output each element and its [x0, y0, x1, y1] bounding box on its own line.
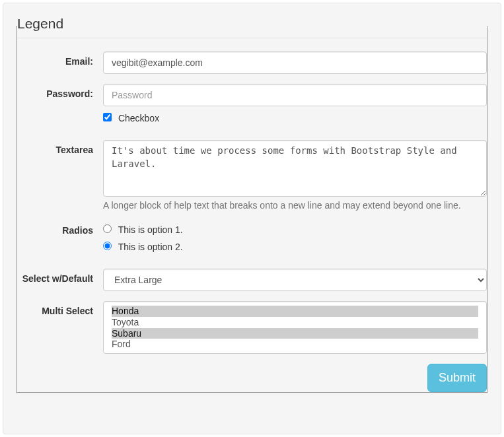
radio-label-wrap-0[interactable]: This is option 1.	[103, 224, 183, 235]
email-input[interactable]	[103, 51, 487, 74]
multiselect-option[interactable]: Ford	[112, 339, 478, 350]
radio-input-1[interactable]	[103, 242, 112, 250]
radios-group: Radios This is option 1. This is option …	[17, 220, 487, 259]
password-group: Password: Checkbox	[17, 84, 487, 130]
multiselect-input[interactable]: Honda Toyota Subaru Ford	[103, 301, 487, 354]
email-group: Email:	[17, 51, 487, 74]
radios-label: Radios	[17, 220, 103, 236]
multiselect-option[interactable]: Honda	[112, 306, 478, 317]
radio-text-0: This is option 1.	[118, 224, 183, 235]
password-label: Password:	[17, 84, 103, 99]
radio-option: This is option 2.	[103, 242, 487, 252]
textarea-label: Textarea	[17, 140, 103, 155]
checkbox-label: Checkbox	[118, 113, 159, 123]
form-fieldset: Legend Email: Password: Checkbox	[16, 16, 488, 393]
radio-input-0[interactable]	[103, 224, 112, 233]
radio-text-1: This is option 2.	[118, 242, 183, 252]
radio-option: This is option 1.	[103, 224, 487, 235]
form-well: Legend Email: Password: Checkbox	[3, 3, 501, 434]
password-input[interactable]	[103, 84, 487, 106]
select-group: Select w/Default Extra Large	[17, 269, 487, 291]
textarea-group: Textarea It's about time we process some…	[17, 140, 487, 211]
multiselect-option[interactable]: Toyota	[112, 317, 478, 328]
form-actions: Submit	[17, 364, 487, 392]
textarea-help: A longer block of help text that breaks …	[103, 200, 487, 211]
multiselect-label: Multi Select	[17, 301, 103, 316]
select-label: Select w/Default	[17, 269, 103, 284]
textarea-input[interactable]: It's about time we process some forms wi…	[103, 140, 487, 197]
radio-label-wrap-1[interactable]: This is option 2.	[103, 242, 183, 252]
multiselect-group: Multi Select Honda Toyota Subaru Ford	[17, 301, 487, 354]
checkbox-input[interactable]	[103, 113, 112, 121]
submit-button[interactable]: Submit	[427, 364, 487, 392]
email-label: Email:	[17, 51, 103, 67]
horizontal-form: Legend Email: Password: Checkbox	[16, 16, 488, 393]
multiselect-option[interactable]: Subaru	[112, 328, 478, 339]
select-input[interactable]: Extra Large	[103, 269, 487, 291]
checkbox-wrap: Checkbox	[103, 113, 487, 123]
form-legend: Legend	[17, 16, 487, 38]
checkbox-label-wrap[interactable]: Checkbox	[103, 113, 159, 123]
